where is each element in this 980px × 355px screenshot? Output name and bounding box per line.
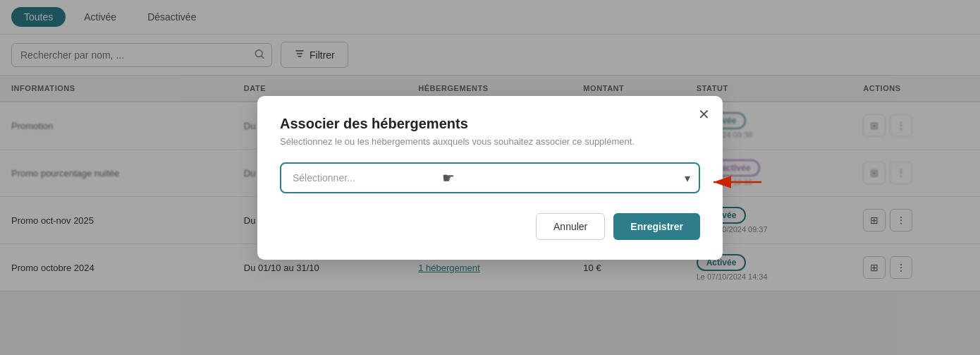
select-wrapper: Sélectionner... ▾ ☛: [280, 162, 700, 193]
hebergements-select[interactable]: Sélectionner...: [280, 162, 700, 193]
modal-actions: Annuler Enregistrer: [280, 213, 700, 240]
modal-overlay[interactable]: ✕ Associer des hébergements Sélectionnez…: [0, 0, 980, 291]
modal-title: Associer des hébergements: [280, 116, 700, 132]
save-button[interactable]: Enregistrer: [613, 213, 700, 240]
modal-dialog: ✕ Associer des hébergements Sélectionnez…: [257, 96, 723, 260]
modal-subtitle: Sélectionnez le ou les hébergements auxq…: [280, 136, 700, 147]
modal-close-button[interactable]: ✕: [698, 107, 710, 121]
close-icon: ✕: [698, 107, 710, 122]
cancel-button[interactable]: Annuler: [536, 213, 605, 240]
